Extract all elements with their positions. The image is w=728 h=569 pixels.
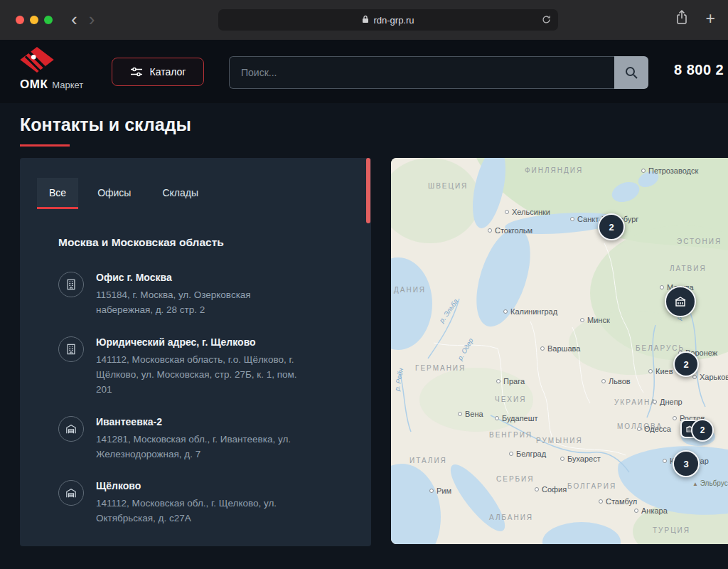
contact-title: Ивантеевка-2 bbox=[96, 416, 303, 427]
browser-chrome: ‹ › rdn-grp.ru + bbox=[0, 0, 728, 41]
map-markers-layer: 2223 bbox=[391, 158, 728, 544]
contacts-panel: ВсеОфисыСклады Москва и Московская облас… bbox=[20, 158, 371, 546]
catalog-button[interactable]: Каталог bbox=[112, 58, 204, 86]
contact-item[interactable]: Офис г. Москва115184, г. Москва, ул. Озе… bbox=[58, 272, 303, 318]
region-heading: Москва и Московская область bbox=[58, 236, 354, 249]
search-input[interactable] bbox=[229, 56, 614, 89]
share-icon[interactable] bbox=[676, 10, 687, 27]
reload-icon[interactable] bbox=[542, 15, 551, 26]
search-bar bbox=[229, 56, 648, 89]
page-title: Контакты и склады bbox=[20, 115, 191, 135]
omk-logo-mark bbox=[20, 47, 54, 73]
search-button[interactable] bbox=[614, 56, 648, 89]
close-window-button[interactable] bbox=[16, 16, 24, 24]
address-bar[interactable]: rdn-grp.ru bbox=[218, 9, 558, 31]
contacts-tabs: ВсеОфисыСклады bbox=[37, 178, 371, 209]
lock-icon bbox=[362, 15, 369, 26]
contact-address: 115184, г. Москва, ул. Озерковская набер… bbox=[96, 288, 303, 318]
map-cluster-marker[interactable]: 2 bbox=[691, 419, 714, 442]
logo-text: ОМК bbox=[20, 78, 48, 91]
office-icon bbox=[58, 336, 84, 362]
warehouse-icon bbox=[58, 480, 84, 506]
omk-logo[interactable]: ОМКМаркет bbox=[20, 47, 83, 92]
office-icon bbox=[58, 272, 84, 297]
contact-item[interactable]: Щёлково141112, Московская обл., г. Щелко… bbox=[58, 480, 303, 526]
contact-title: Юридический адрес, г. Щелково bbox=[96, 336, 303, 348]
zoom-window-button[interactable] bbox=[44, 16, 53, 24]
catalog-button-label: Каталог bbox=[150, 66, 186, 78]
contact-title: Офис г. Москва bbox=[96, 272, 303, 283]
contact-title: Щёлково bbox=[96, 480, 303, 491]
back-icon[interactable]: ‹ bbox=[71, 7, 77, 31]
tab-offices[interactable]: Офисы bbox=[85, 178, 143, 209]
scrollbar-thumb[interactable] bbox=[366, 158, 370, 223]
forward-icon[interactable]: › bbox=[89, 7, 95, 31]
map-cluster-marker[interactable]: 2 bbox=[673, 351, 699, 377]
warehouse-icon bbox=[58, 416, 84, 442]
contact-address: 141281, Московская обл., г. Ивантеевка, … bbox=[96, 432, 303, 462]
contact-address: 141112, Московская область, г.о. Щёлково… bbox=[96, 353, 303, 398]
phone-number[interactable]: 8 800 2 bbox=[674, 62, 724, 78]
contact-list: Офис г. Москва115184, г. Москва, ул. Озе… bbox=[58, 272, 303, 526]
window-controls bbox=[16, 16, 53, 24]
logo-suffix: Маркет bbox=[52, 80, 83, 90]
url-text: rdn-grp.ru bbox=[373, 15, 414, 26]
tab-all[interactable]: Все bbox=[37, 178, 78, 209]
map-pin-marker[interactable] bbox=[665, 286, 696, 317]
title-accent-bar bbox=[20, 144, 70, 147]
tab-warehouses[interactable]: Склады bbox=[150, 178, 210, 209]
contact-address: 141112, Московская обл., г. Щелково, ул.… bbox=[96, 496, 303, 526]
minimize-window-button[interactable] bbox=[30, 16, 38, 24]
filter-lines-icon bbox=[130, 67, 143, 77]
contact-item[interactable]: Ивантеевка-2141281, Московская обл., г. … bbox=[58, 416, 303, 462]
map-cluster-marker[interactable]: 3 bbox=[673, 450, 700, 477]
new-tab-icon[interactable]: + bbox=[706, 10, 715, 27]
site-header: ОМКМаркет Каталог 8 800 2 bbox=[0, 40, 728, 103]
search-icon bbox=[624, 65, 638, 80]
contact-item[interactable]: Юридический адрес, г. Щелково141112, Мос… bbox=[58, 336, 303, 398]
map[interactable]: ФИНЛЯНДИЯШВЕЦИЯЭСТОНИЯЛАТВИЯДАНИЯБЕЛАРУС… bbox=[391, 158, 728, 544]
map-cluster-marker[interactable]: 2 bbox=[598, 213, 625, 240]
